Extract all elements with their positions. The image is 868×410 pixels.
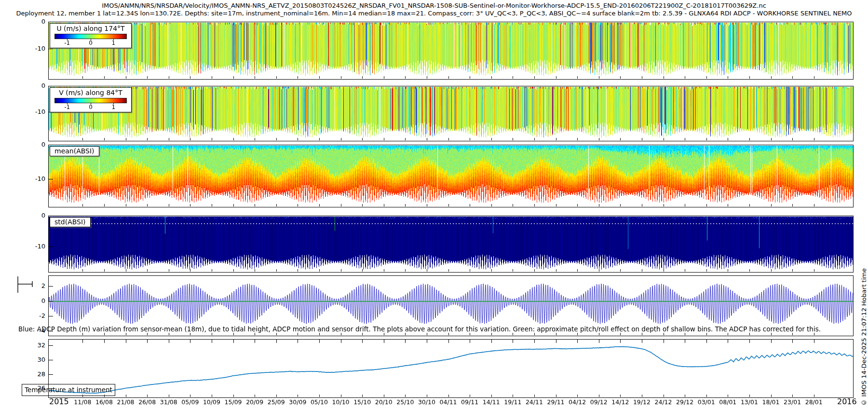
tick-mark	[190, 269, 190, 272]
tick-mark	[427, 269, 427, 272]
tick-mark	[147, 76, 148, 79]
tick-mark	[49, 179, 53, 179]
tick-mark	[384, 204, 384, 206]
tick-mark	[362, 204, 363, 206]
tick-mark	[792, 269, 793, 272]
tick-mark	[706, 395, 707, 397]
tick-mark	[212, 204, 212, 206]
tick-mark	[556, 340, 556, 343]
tick-mark	[664, 138, 664, 140]
tick-mark	[599, 333, 599, 335]
tick-mark	[362, 340, 363, 343]
u-velocity-heatmap	[49, 22, 853, 79]
errorbar-marker	[14, 275, 35, 295]
tick-mark	[362, 76, 363, 79]
tick-mark	[470, 333, 470, 335]
colorbar-label: -1	[64, 104, 70, 110]
tick-mark	[771, 269, 772, 272]
tick-mark	[491, 138, 492, 140]
tick-mark	[82, 204, 83, 206]
tick-mark	[470, 395, 470, 397]
tick-mark	[49, 49, 53, 49]
tick-mark	[233, 340, 234, 343]
tick-mark	[534, 204, 535, 206]
tick-mark	[470, 204, 470, 206]
tick-mark	[620, 138, 621, 140]
tick-mark	[405, 333, 406, 335]
tick-mark	[169, 204, 169, 206]
tick-mark	[728, 204, 728, 206]
tick-mark	[276, 340, 277, 343]
tick-mark	[728, 395, 728, 397]
tick-mark	[491, 395, 492, 397]
tick-mark	[814, 269, 814, 272]
tick-mark	[664, 76, 664, 79]
tick-mark	[556, 395, 556, 397]
tick-mark	[341, 269, 341, 272]
tick-mark	[126, 340, 126, 343]
v-colorbar-labels: -1 0 1	[55, 104, 126, 110]
tick-mark	[126, 395, 126, 397]
y-tick-label: 0	[15, 18, 45, 25]
tick-mark	[212, 138, 212, 140]
copyright-watermark: © IMOS 14-Dec-2025 21:07:12 Hobart time	[860, 268, 868, 406]
tick-mark	[49, 86, 53, 86]
tick-mark	[599, 395, 599, 397]
tick-mark	[685, 269, 685, 272]
panel-u-velocity: U (m/s) along 174°T -1 0 1	[48, 22, 854, 80]
tick-mark	[620, 333, 621, 335]
tick-mark	[664, 395, 664, 397]
tick-mark	[49, 216, 53, 216]
tick-mark	[298, 76, 298, 79]
tick-mark	[49, 301, 53, 301]
tick-mark	[706, 269, 707, 272]
tick-mark	[685, 76, 685, 79]
tick-mark	[298, 269, 298, 272]
tick-mark	[792, 204, 793, 206]
panel-mean-absi: mean(ABSI)	[48, 145, 854, 207]
tick-mark	[664, 204, 664, 206]
tick-mark	[49, 246, 53, 247]
tick-mark	[341, 138, 341, 140]
tick-mark	[470, 340, 470, 343]
tick-mark	[362, 395, 363, 397]
tick-mark	[405, 138, 406, 140]
tick-mark	[147, 340, 148, 343]
tick-mark	[491, 333, 492, 335]
tick-mark	[814, 333, 814, 335]
tick-mark	[190, 333, 190, 335]
tick-mark	[147, 138, 148, 140]
panel-temperature	[48, 339, 854, 398]
tick-mark	[276, 204, 277, 206]
figure-subtitle-deployment: Deployment 12, member 1 lat=12.34S lon=1…	[0, 10, 868, 17]
tick-mark	[276, 395, 277, 397]
tick-mark	[255, 269, 255, 272]
tick-mark	[319, 340, 320, 343]
tick-mark	[513, 138, 513, 140]
tick-mark	[233, 395, 234, 397]
tick-mark	[427, 76, 427, 79]
tick-mark	[298, 138, 298, 140]
tick-mark	[362, 269, 363, 272]
tick-mark	[534, 333, 535, 335]
tick-mark	[620, 340, 621, 343]
tick-mark	[513, 269, 513, 272]
tick-mark	[706, 138, 707, 140]
tick-mark	[448, 76, 449, 79]
tick-mark	[82, 333, 83, 335]
tick-mark	[792, 76, 793, 79]
tick-mark	[620, 395, 621, 397]
tick-mark	[126, 204, 126, 206]
y-tick-label: 0	[15, 141, 45, 148]
tick-mark	[169, 340, 169, 343]
tick-mark	[749, 340, 750, 343]
tick-mark	[728, 340, 728, 343]
tick-mark	[599, 269, 599, 272]
tick-mark	[513, 333, 513, 335]
tick-mark	[427, 138, 427, 140]
tick-mark	[728, 269, 728, 272]
tick-mark	[319, 76, 320, 79]
tick-mark	[82, 269, 83, 272]
year-label-right: 2016	[837, 397, 857, 406]
tick-mark	[49, 316, 53, 316]
